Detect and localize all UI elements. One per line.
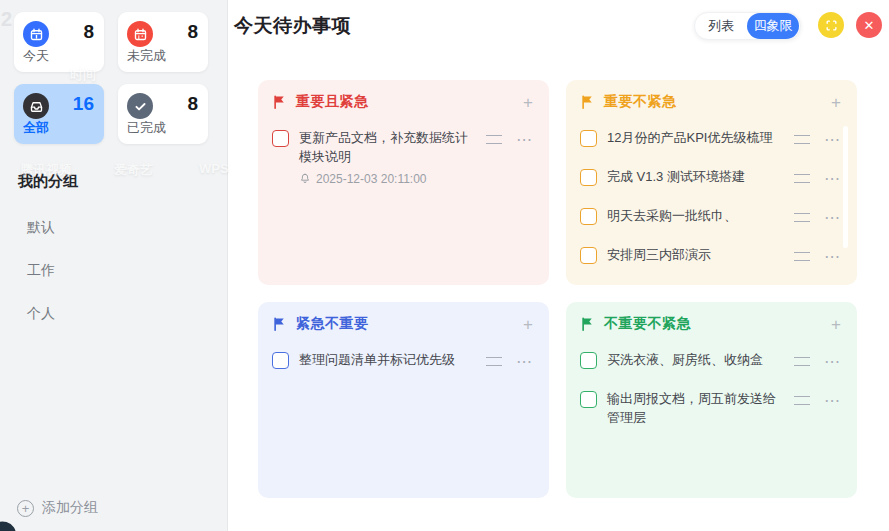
desktop-ghost-label: WPS	[199, 161, 229, 176]
task-row[interactable]: 输出周报文档，周五前发送给管理层⋯	[580, 390, 841, 428]
task-more-button[interactable]: ⋯	[516, 354, 533, 370]
stat-count: 16	[73, 93, 94, 115]
drag-handle-icon[interactable]	[794, 357, 810, 366]
drag-handle-icon[interactable]	[794, 252, 810, 261]
mini-mode-button[interactable]	[818, 12, 844, 38]
task-text: 安排周三内部演示	[607, 246, 786, 265]
quadrant-header: 紧急不重要+	[272, 315, 533, 333]
task-more-button[interactable]: ⋯	[824, 171, 841, 187]
stat-card-1[interactable]: 8未完成	[118, 12, 208, 72]
task-checkbox[interactable]	[272, 352, 289, 369]
drag-handle-icon[interactable]	[794, 213, 810, 222]
task-content: 完成 V1.3 测试环境搭建	[607, 168, 786, 187]
quadrant-header: 重要且紧急+	[272, 93, 533, 111]
stat-card-0[interactable]: 8今天	[14, 12, 104, 72]
task-more-button[interactable]: ⋯	[824, 354, 841, 370]
task-content: 买洗衣液、厨房纸、收纳盒	[607, 351, 786, 370]
flag-icon	[272, 316, 287, 332]
plus-circle-icon: +	[17, 500, 34, 517]
task-text: 明天去采购一批纸巾、	[607, 207, 786, 226]
add-task-button[interactable]: +	[523, 94, 533, 111]
task-checkbox[interactable]	[580, 169, 597, 186]
task-checkbox[interactable]	[580, 208, 597, 225]
task-checkbox[interactable]	[272, 130, 289, 147]
stat-card-3[interactable]: 8已完成	[118, 84, 208, 144]
task-row[interactable]: 更新产品文档，补充数据统计模块说明2025-12-03 20:11:00⋯	[272, 129, 533, 186]
reminder-time: 2025-12-03 20:11:00	[316, 172, 427, 186]
group-item-2[interactable]: 个人	[18, 292, 210, 335]
quadrant-scrollbar[interactable]	[843, 126, 848, 248]
stat-count: 8	[187, 93, 198, 115]
stat-count: 8	[187, 21, 198, 43]
add-group-button[interactable]: + 添加分组	[17, 499, 98, 517]
task-more-button[interactable]: ⋯	[824, 132, 841, 148]
groups-header: 我的分组	[18, 172, 78, 191]
task-content: 输出周报文档，周五前发送给管理层	[607, 390, 786, 428]
drag-handle-icon[interactable]	[794, 396, 810, 405]
task-checkbox[interactable]	[580, 247, 597, 264]
add-task-button[interactable]: +	[523, 316, 533, 333]
task-content: 12月份的产品KPI优先级梳理	[607, 129, 786, 148]
task-row[interactable]: 整理问题清单并标记优先级⋯	[272, 351, 533, 370]
task-more-button[interactable]: ⋯	[824, 210, 841, 226]
task-content: 更新产品文档，补充数据统计模块说明2025-12-03 20:11:00	[299, 129, 478, 186]
corner-brackets-icon	[825, 19, 838, 32]
quadrant-title: 紧急不重要	[296, 315, 369, 333]
page-title: 今天待办事项	[234, 13, 351, 39]
task-content: 明天去采购一批纸巾、	[607, 207, 786, 226]
calendar-alert-icon	[127, 21, 153, 47]
drag-handle-icon[interactable]	[794, 174, 810, 183]
task-text: 更新产品文档，补充数据统计模块说明	[299, 129, 478, 167]
view-list-button[interactable]: 列表	[695, 13, 747, 39]
add-group-label: 添加分组	[42, 499, 98, 517]
close-button[interactable]: ✕	[856, 12, 882, 38]
task-checkbox[interactable]	[580, 391, 597, 408]
group-item-0[interactable]: 默认	[18, 206, 210, 249]
drag-handle-icon[interactable]	[486, 357, 502, 366]
task-checkbox[interactable]	[580, 130, 597, 147]
quadrant-grid: 重要且紧急+更新产品文档，补充数据统计模块说明2025-12-03 20:11:…	[258, 80, 857, 498]
flag-icon	[580, 316, 595, 332]
view-quadrant-button[interactable]: 四象限	[747, 13, 799, 39]
task-content: 整理问题清单并标记优先级	[299, 351, 478, 370]
flag-icon	[580, 94, 595, 110]
quadrant-header: 重要不紧急+	[580, 93, 841, 111]
stat-label: 全部	[23, 119, 49, 137]
quadrant-card-3: 不重要不紧急+买洗衣液、厨房纸、收纳盒⋯输出周报文档，周五前发送给管理层⋯	[566, 302, 857, 498]
quadrant-card-2: 紧急不重要+整理问题清单并标记优先级⋯	[258, 302, 549, 498]
task-content: 安排周三内部演示	[607, 246, 786, 265]
stat-card-2[interactable]: 16全部	[14, 84, 104, 144]
task-row[interactable]: 完成 V1.3 测试环境搭建⋯	[580, 168, 841, 187]
inbox-icon	[23, 93, 49, 119]
task-more-button[interactable]: ⋯	[824, 393, 841, 409]
task-checkbox[interactable]	[580, 352, 597, 369]
drag-handle-icon[interactable]	[486, 135, 502, 144]
task-reminder: 2025-12-03 20:11:00	[299, 172, 478, 186]
sidebar: 2 8今天8未完成16全部8已完成 我的分组 默认工作个人 + 添加分组 腾讯视…	[0, 0, 228, 531]
desktop-ghost-number: 2	[1, 8, 12, 31]
task-text: 12月份的产品KPI优先级梳理	[607, 129, 786, 148]
group-item-1[interactable]: 工作	[18, 249, 210, 292]
desktop-ghost-wedge	[0, 519, 18, 531]
quadrant-title: 重要不紧急	[604, 93, 677, 111]
task-row[interactable]: 12月份的产品KPI优先级梳理⋯	[580, 129, 841, 148]
stat-label: 已完成	[127, 119, 166, 137]
add-task-button[interactable]: +	[831, 94, 841, 111]
group-list: 默认工作个人	[18, 206, 210, 335]
task-row[interactable]: 安排周三内部演示⋯	[580, 246, 841, 265]
task-more-button[interactable]: ⋯	[516, 132, 533, 148]
check-icon	[127, 93, 153, 119]
task-more-button[interactable]: ⋯	[824, 249, 841, 265]
quadrant-title: 重要且紧急	[296, 93, 369, 111]
task-row[interactable]: 买洗衣液、厨房纸、收纳盒⋯	[580, 351, 841, 370]
add-task-button[interactable]: +	[831, 316, 841, 333]
task-row[interactable]: 明天去采购一批纸巾、⋯	[580, 207, 841, 226]
drag-handle-icon[interactable]	[794, 135, 810, 144]
quadrant-card-1: 重要不紧急+12月份的产品KPI优先级梳理⋯完成 V1.3 测试环境搭建⋯明天去…	[566, 80, 857, 285]
task-text: 买洗衣液、厨房纸、收纳盒	[607, 351, 786, 370]
task-text: 完成 V1.3 测试环境搭建	[607, 168, 786, 187]
task-text: 整理问题清单并标记优先级	[299, 351, 478, 370]
calendar-icon	[23, 21, 49, 47]
quadrant-title: 不重要不紧急	[604, 315, 691, 333]
stat-label: 今天	[23, 47, 49, 65]
